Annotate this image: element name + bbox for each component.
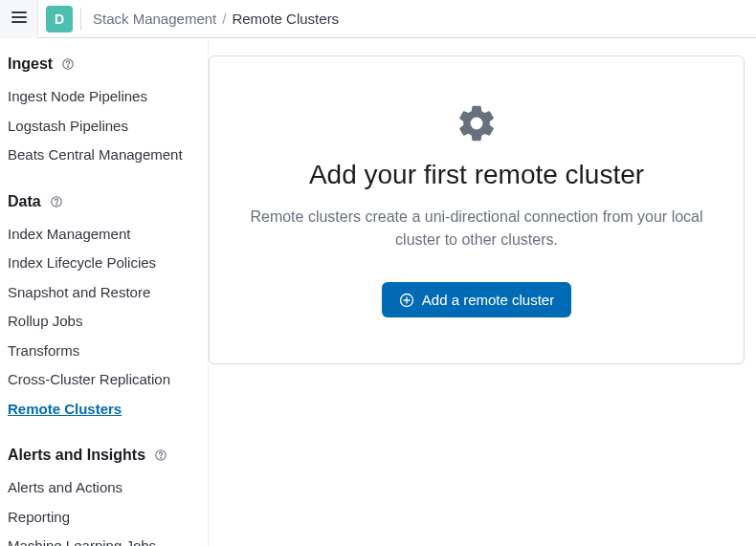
empty-state-panel: Add your first remote cluster Remote clu… bbox=[209, 55, 745, 364]
header-divider bbox=[80, 8, 81, 31]
sidebar-item[interactable]: Cross-Cluster Replication bbox=[8, 365, 208, 395]
nav-heading: Data bbox=[8, 193, 208, 210]
plus-circle-icon bbox=[399, 293, 414, 308]
space-letter: D bbox=[55, 11, 64, 27]
nav-section: Alerts and InsightsAlerts and ActionsRep… bbox=[8, 447, 208, 546]
nav-heading-label: Ingest bbox=[8, 55, 53, 73]
add-remote-cluster-label: Add a remote cluster bbox=[422, 292, 554, 308]
nav-heading-label: Data bbox=[8, 193, 41, 210]
nav-list: Ingest Node PipelinesLogstash PipelinesB… bbox=[8, 82, 208, 170]
nav-heading-label: Alerts and Insights bbox=[8, 447, 145, 464]
svg-point-3 bbox=[56, 204, 56, 205]
svg-point-1 bbox=[68, 66, 69, 67]
empty-state-description: Remote clusters create a uni-directional… bbox=[248, 206, 705, 251]
breadcrumb: Stack Management / Remote Clusters bbox=[93, 11, 339, 27]
hamburger-icon bbox=[11, 9, 28, 29]
sidebar-item[interactable]: Logstash Pipelines bbox=[8, 112, 208, 142]
menu-toggle-button[interactable] bbox=[0, 0, 38, 38]
nav-heading: Ingest bbox=[8, 55, 208, 73]
sidebar-item[interactable]: Remote Clusters bbox=[8, 395, 208, 425]
sidebar: IngestIngest Node PipelinesLogstash Pipe… bbox=[0, 38, 209, 546]
sidebar-item[interactable]: Reporting bbox=[8, 503, 208, 533]
sidebar-item[interactable]: Beats Central Management bbox=[8, 141, 208, 170]
empty-state-title: Add your first remote cluster bbox=[248, 160, 705, 190]
nav-list: Alerts and ActionsReportingMachine Learn… bbox=[8, 473, 208, 546]
nav-section: DataIndex ManagementIndex Lifecycle Poli… bbox=[8, 193, 208, 425]
svg-point-5 bbox=[160, 457, 161, 458]
sidebar-item[interactable]: Alerts and Actions bbox=[8, 473, 208, 503]
app-header: D Stack Management / Remote Clusters bbox=[0, 0, 756, 38]
sidebar-item[interactable]: Index Lifecycle Policies bbox=[8, 249, 208, 278]
breadcrumb-root[interactable]: Stack Management bbox=[93, 11, 216, 27]
sidebar-item[interactable]: Snapshot and Restore bbox=[8, 278, 208, 308]
sidebar-item[interactable]: Ingest Node Pipelines bbox=[8, 82, 208, 112]
main-content: Add your first remote cluster Remote clu… bbox=[209, 38, 756, 546]
sidebar-item[interactable]: Transforms bbox=[8, 337, 208, 366]
sidebar-item[interactable]: Machine Learning Jobs bbox=[8, 532, 208, 546]
sidebar-item[interactable]: Rollup Jobs bbox=[8, 307, 208, 337]
gear-icon bbox=[456, 102, 498, 144]
add-remote-cluster-button[interactable]: Add a remote cluster bbox=[382, 282, 571, 317]
nav-section: IngestIngest Node PipelinesLogstash Pipe… bbox=[8, 55, 208, 170]
nav-list: Index ManagementIndex Lifecycle Policies… bbox=[8, 220, 208, 425]
nav-heading: Alerts and Insights bbox=[8, 447, 208, 464]
help-icon[interactable] bbox=[49, 194, 64, 209]
breadcrumb-separator: / bbox=[222, 11, 226, 27]
help-icon[interactable] bbox=[60, 56, 76, 72]
space-selector-button[interactable]: D bbox=[46, 6, 73, 33]
breadcrumb-current: Remote Clusters bbox=[232, 11, 339, 27]
sidebar-item[interactable]: Index Management bbox=[8, 220, 208, 250]
help-icon[interactable] bbox=[153, 448, 168, 463]
